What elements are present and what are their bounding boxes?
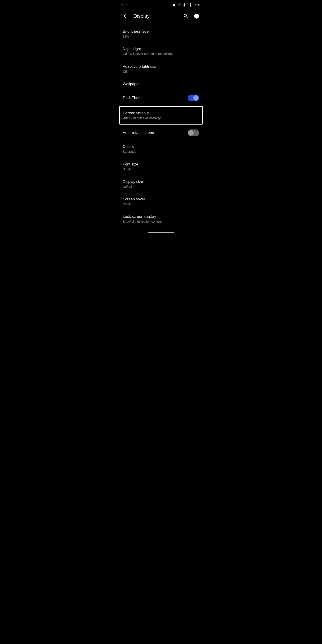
settings-item-lock-screen[interactable]: Lock screen display Show all notificatio… bbox=[118, 210, 204, 228]
dark-theme-toggle[interactable] bbox=[188, 94, 199, 101]
settings-item-font-size[interactable]: Font size Small bbox=[118, 158, 204, 175]
screen-timeout-subtitle: After 2 minutes of inactivity bbox=[123, 116, 199, 120]
back-arrow-icon bbox=[123, 14, 128, 19]
status-icons: 79% bbox=[172, 3, 200, 7]
lock-screen-subtitle: Show all notification content bbox=[123, 220, 199, 224]
settings-item-adaptive-brightness[interactable]: Adaptive brightness Off bbox=[118, 60, 204, 78]
screen-saver-title: Screen saver bbox=[123, 197, 199, 202]
settings-item-screen-timeout[interactable]: Screen timeout After 2 minutes of inacti… bbox=[119, 106, 203, 124]
help-button[interactable] bbox=[192, 12, 201, 20]
brightness-title: Brightness level bbox=[123, 29, 199, 34]
colors-title: Colors bbox=[123, 144, 199, 149]
settings-item-brightness[interactable]: Brightness level 81% bbox=[118, 25, 204, 42]
svg-point-1 bbox=[196, 17, 197, 18]
settings-item-auto-rotate[interactable]: Auto-rotate screen bbox=[118, 126, 204, 140]
wallpaper-title: Wallpaper bbox=[123, 82, 199, 86]
header-icons bbox=[181, 12, 201, 20]
page-title: Display bbox=[134, 13, 178, 19]
search-icon bbox=[183, 14, 188, 19]
status-bar: 1:03 79% bbox=[118, 0, 204, 9]
brightness-subtitle: 81% bbox=[123, 34, 199, 38]
display-size-title: Display size bbox=[123, 179, 199, 184]
status-time: 1:03 bbox=[122, 3, 128, 7]
battery-icon bbox=[188, 3, 193, 7]
settings-item-display-size[interactable]: Display size Default bbox=[118, 175, 204, 193]
airplane-icon bbox=[183, 3, 187, 7]
header: Display bbox=[118, 9, 204, 23]
lock-screen-title: Lock screen display bbox=[123, 214, 199, 219]
help-icon bbox=[194, 14, 199, 19]
settings-item-screen-saver[interactable]: Screen saver Clock bbox=[118, 193, 204, 210]
home-indicator bbox=[148, 232, 174, 233]
night-light-title: Night Light bbox=[123, 46, 199, 52]
display-size-subtitle: Default bbox=[123, 185, 199, 189]
font-size-title: Font size bbox=[123, 162, 199, 167]
wifi-icon bbox=[177, 3, 181, 7]
battery-percentage: 79% bbox=[194, 3, 200, 7]
notification-muted-icon bbox=[172, 3, 176, 7]
search-button[interactable] bbox=[181, 12, 190, 20]
settings-item-colors[interactable]: Colors Saturated bbox=[118, 140, 204, 158]
night-light-subtitle: Off / Will never turn on automatically bbox=[123, 52, 199, 56]
adaptive-brightness-subtitle: Off bbox=[123, 70, 199, 74]
settings-list: Brightness level 81% Night Light Off / W… bbox=[118, 23, 204, 230]
font-size-subtitle: Small bbox=[123, 167, 199, 171]
auto-rotate-title: Auto-rotate screen bbox=[123, 130, 188, 135]
screen-saver-subtitle: Clock bbox=[123, 202, 199, 206]
settings-item-night-light[interactable]: Night Light Off / Will never turn on aut… bbox=[118, 42, 204, 60]
auto-rotate-toggle[interactable] bbox=[188, 130, 199, 136]
back-button[interactable] bbox=[121, 12, 130, 20]
dark-theme-toggle-thumb bbox=[193, 95, 198, 100]
settings-item-dark-theme[interactable]: Dark Theme bbox=[118, 90, 204, 105]
dark-theme-title: Dark Theme bbox=[123, 96, 188, 100]
screen-timeout-title: Screen timeout bbox=[123, 111, 199, 116]
colors-subtitle: Saturated bbox=[123, 150, 199, 154]
adaptive-brightness-title: Adaptive brightness bbox=[123, 64, 199, 69]
settings-item-wallpaper[interactable]: Wallpaper bbox=[118, 78, 204, 90]
